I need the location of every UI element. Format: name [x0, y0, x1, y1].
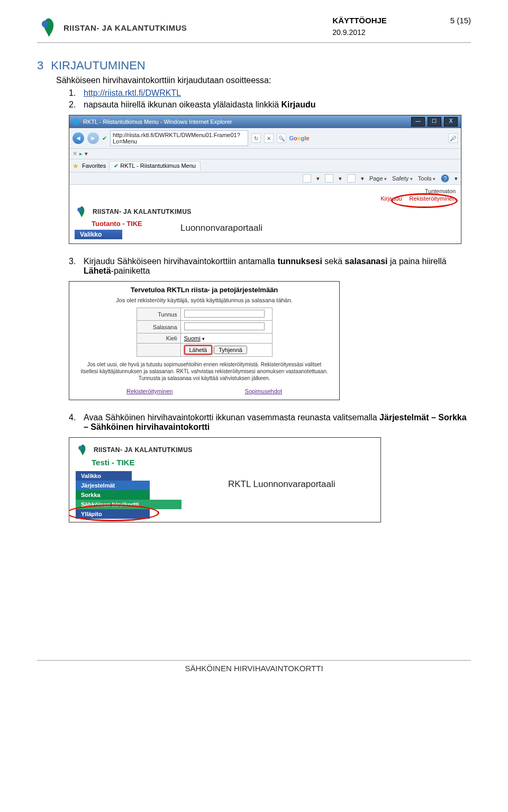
step-4: 4. Avaa Sähköinen hirvihavaintokortti ik… [69, 413, 471, 432]
url-link[interactable]: http://riista.rktl.fi/DWRKTL [84, 88, 181, 98]
favorites-label[interactable]: Favorites [82, 163, 106, 169]
doc-title: KÄYTTÖOHJE [332, 16, 387, 25]
maximize-button[interactable]: ☐ [428, 117, 441, 127]
svg-point-0 [42, 21, 49, 28]
menu-tools[interactable]: Tools [418, 175, 436, 182]
input-tunnus[interactable] [184, 310, 265, 318]
svg-point-2 [78, 446, 83, 450]
brand-text: RIISTAN- JA KALANTUTKIMUS [93, 208, 192, 215]
section-heading: 3 KIRJAUTUMINEN [37, 59, 471, 73]
tuotanto-label: Tuotanto - TIKE [92, 220, 456, 228]
select-kieli[interactable]: Suomi [184, 335, 201, 341]
page-icon: ✔ [102, 135, 107, 142]
step-2: 2. napsauta hiirellä ikkunan oikeasta yl… [69, 100, 471, 110]
help-icon[interactable]: ? [441, 174, 449, 183]
testi-label: Testi - TIKE [92, 458, 374, 467]
minimize-button[interactable]: — [411, 117, 425, 127]
search-icon[interactable]: 🔍 [277, 133, 286, 143]
mail-icon[interactable] [347, 174, 356, 183]
refresh-icon[interactable]: ↻ [251, 133, 261, 143]
favorites-star-icon[interactable]: ★ [72, 162, 79, 170]
search-glass-icon[interactable]: 🔎 [448, 133, 458, 143]
page-footer: SÄHKÖINEN HIRVIHAVAINTOKORTTI [37, 660, 471, 673]
login-subtitle: Jos olet rekisteröity käyttäjä, syötä kä… [69, 296, 339, 308]
highlight-ellipse [391, 193, 458, 208]
section-title: KIRJAUTUMINEN [51, 59, 145, 73]
feed-icon[interactable] [325, 174, 333, 183]
back-button[interactable]: ◄ [72, 132, 84, 144]
close-button[interactable]: X [444, 117, 458, 127]
portal-heading: Luonnonvaraportaali [180, 223, 262, 233]
valikko-tab[interactable]: Valikko [75, 230, 122, 239]
login-title: Tervetuloa RKTLn riista- ja petojärjeste… [69, 282, 339, 296]
google-search[interactable]: Google [289, 135, 310, 141]
login-footnote: Jos olet uusi, ole hyvä ja tutustu sopim… [69, 357, 339, 386]
label-kieli: Kieli [137, 333, 180, 344]
menu-safety[interactable]: Safety [392, 175, 413, 182]
screenshot-menu-tree: RIISTAN- JA KALANTUTKIMUS Testi - TIKE V… [69, 437, 381, 522]
window-titlebar: 🌐 RKTL - Riistantutkimus Menu - Windows … [69, 115, 461, 128]
menu-valikko[interactable]: Valikko [76, 471, 132, 481]
screenshot-browser: 🌐 RKTL - Riistantutkimus Menu - Windows … [69, 115, 461, 244]
browser-tab[interactable]: ✔ RKTL - Riistantutkimus Menu [109, 161, 201, 170]
logo-icon [37, 16, 60, 39]
screenshot-login-form: Tervetuloa RKTLn riista- ja petojärjeste… [69, 281, 340, 400]
portal-heading: RKTL Luonnonvaraportaali [228, 479, 335, 490]
link-rekisteroityminen[interactable]: Rekisteröityminen [126, 388, 173, 394]
page-number: 5 (15) [450, 16, 471, 25]
intro-text: Sähköiseen hirvihavaintokorttiin kirjaud… [56, 76, 471, 85]
menu-page[interactable]: Page [369, 175, 387, 182]
tyhjenna-button[interactable]: Tyhjennä [214, 346, 247, 354]
logo-icon [76, 443, 89, 457]
address-bar-row: ◄ ► ✔ http://riista.rktl.fi/DWRKTL/DWMen… [69, 128, 461, 149]
step-3: 3. Kirjaudu Sähköiseen hirvihavaintokort… [69, 257, 471, 276]
menu-jarjestelmat[interactable]: Järjestelmät [76, 481, 150, 490]
section-number: 3 [37, 59, 43, 73]
link-sopimusehdot[interactable]: Sopimusehdot [245, 388, 282, 394]
brand-text: RIISTAN- JA KALANTUTKIMUS [94, 446, 193, 454]
svg-point-1 [77, 207, 81, 212]
logo-icon [75, 205, 88, 219]
menu-sorkka[interactable]: Sorkka [76, 490, 150, 500]
label-salasana: Salasana [137, 321, 180, 333]
brand-text: RIISTAN- JA KALANTUTKIMUS [64, 23, 187, 32]
ie-icon: 🌐 [72, 119, 80, 125]
browser-menu-row: ▾ ▾ ▾ Page Safety Tools ?▾ [69, 173, 461, 185]
home-icon[interactable] [303, 174, 311, 183]
laheta-button[interactable]: Lähetä [184, 345, 213, 355]
page-header: RIISTAN- JA KALANTUTKIMUS KÄYTTÖOHJE 5 (… [37, 16, 471, 43]
window-title: RKTL - Riistantutkimus Menu - Windows In… [83, 119, 232, 125]
stop-icon[interactable]: ✕ [264, 133, 274, 143]
input-salasana[interactable] [184, 322, 265, 330]
step-1: 1. http://riista.rktl.fi/DWRKTL [69, 88, 471, 98]
login-table: Tunnus Salasana KieliSuomi ▾ Lähetä Tyhj… [137, 308, 273, 357]
favorites-row: ★ Favorites ✔ RKTL - Riistantutkimus Men… [69, 159, 461, 173]
highlight-ellipse [69, 504, 159, 521]
toolbar-row: ✕▸▾ [69, 149, 461, 159]
address-input[interactable]: http://riista.rktl.fi/DWRKTL/DWMenu01.Fr… [110, 130, 248, 146]
label-tunnus: Tunnus [137, 308, 180, 321]
brand-logo: RIISTAN- JA KALANTUTKIMUS [37, 16, 187, 39]
doc-date: 20.9.2012 [332, 28, 471, 37]
forward-button[interactable]: ► [87, 132, 99, 144]
